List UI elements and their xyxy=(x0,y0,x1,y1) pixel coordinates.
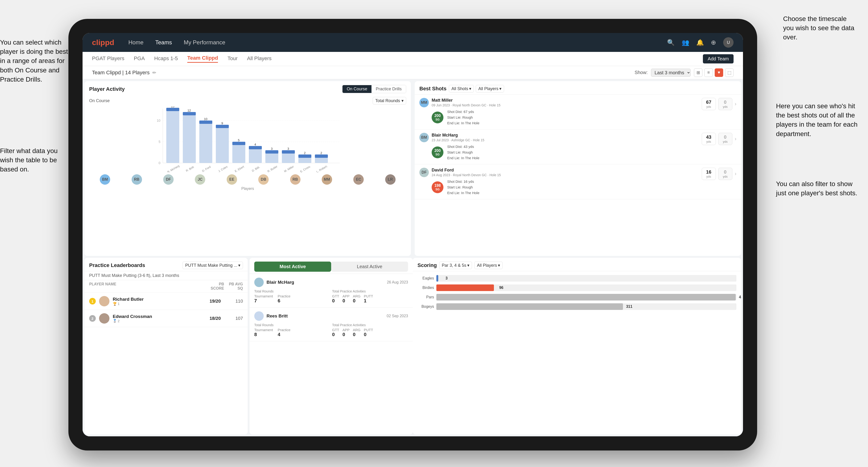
scoring-filter2[interactable]: All Players ▾ xyxy=(474,261,503,269)
card-view-btn[interactable]: ♥ xyxy=(715,68,723,77)
birdies-value: 96 xyxy=(499,286,503,290)
shot-player-avatar: BM xyxy=(420,133,429,142)
birdies-label: Birdies xyxy=(417,286,434,290)
svg-rect-23 xyxy=(249,146,262,149)
active-stats-row: Total Rounds Tournament 8 Practice 4 xyxy=(254,323,408,337)
shot-player-name: Matt Miller xyxy=(432,98,699,103)
player-avatar[interactable]: JC xyxy=(195,174,205,185)
pars-fill: 499 xyxy=(436,294,736,301)
tab-pgat[interactable]: PGAT Players xyxy=(92,55,124,63)
all-shots-dropdown[interactable]: All Shots ▾ xyxy=(449,85,474,92)
metric-dropdown[interactable]: Total Rounds ▾ xyxy=(373,97,406,104)
svg-text:E. Ebert: E. Ebert xyxy=(234,165,245,173)
leaderboard-score: 18/20 xyxy=(202,316,221,321)
edit-icon[interactable]: ✏ xyxy=(152,70,156,75)
chevron-right-icon[interactable]: › xyxy=(735,171,736,177)
nav-my-performance[interactable]: My Performance xyxy=(184,39,225,46)
nav-home[interactable]: Home xyxy=(128,39,144,46)
practice-dropdown[interactable]: PUTT Must Make Putting ... ▾ xyxy=(183,261,243,269)
leaderboard-player-info: Edward Crossman 🥈 2 xyxy=(113,314,198,323)
svg-rect-32 xyxy=(299,154,311,158)
shot-card-1: MM Matt Miller 09 Jun 2023 · Royal North… xyxy=(415,95,741,129)
dist-box-2: 0 yds xyxy=(718,133,733,145)
player-avatar[interactable]: EC xyxy=(353,174,364,185)
dist-box-1: 43 yds xyxy=(702,133,716,145)
all-players-dropdown[interactable]: All Players ▾ xyxy=(476,85,504,92)
nav-links: Home Teams My Performance xyxy=(128,39,667,46)
annotation-left1: You can select which player is doing the… xyxy=(0,38,71,84)
tab-hcaps[interactable]: Hcaps 1-5 xyxy=(154,55,178,63)
player-avatar[interactable]: DF xyxy=(163,174,174,185)
show-label: Show: xyxy=(634,70,648,75)
tab-all-players[interactable]: All Players xyxy=(247,55,272,63)
active-avatar xyxy=(254,311,264,321)
shot-player-info: David Ford 24 Aug 2023 · Royal North Dev… xyxy=(432,168,699,196)
player-avatar[interactable]: LR xyxy=(385,174,396,185)
shot-stats-text: Shot Dist: 16 yds Start Lie: Rough End L… xyxy=(447,179,479,196)
main-content: Player Activity On Course Practice Drill… xyxy=(83,79,743,436)
nav-teams[interactable]: Teams xyxy=(155,39,172,46)
sub-header: Team Clippd | 14 Players ✏ Show: Last 3 … xyxy=(83,66,743,79)
grid-view-btn[interactable]: ⊞ xyxy=(694,68,703,77)
chevron-right-icon[interactable]: › xyxy=(735,101,736,107)
scoring-chart: Eagles 3 Birdies 96 xyxy=(413,271,741,434)
add-team-button[interactable]: Add Team xyxy=(703,54,734,63)
shot-player-name: David Ford xyxy=(432,168,699,173)
scoring-filter1[interactable]: Par 3, 4 & 5s ▾ xyxy=(439,261,472,269)
on-course-btn[interactable]: On Course xyxy=(342,85,371,93)
tab-tour[interactable]: Tour xyxy=(227,55,238,63)
pars-track: 499 xyxy=(436,294,736,301)
svg-rect-17 xyxy=(216,125,229,128)
svg-text:9: 9 xyxy=(221,121,223,125)
shot-stats-text: Shot Dist: 67 yds Start Lie: Rough End L… xyxy=(447,109,479,126)
scoring-bar-eagles: Eagles 3 xyxy=(417,275,736,282)
player-avatar[interactable]: BM xyxy=(100,174,110,185)
dist-box-1: 67 yds xyxy=(702,98,716,110)
svg-rect-10 xyxy=(183,112,196,163)
player-avatar[interactable]: RB xyxy=(132,174,142,185)
svg-rect-29 xyxy=(282,150,295,154)
player-avatar[interactable]: EE xyxy=(227,174,237,185)
most-active-tab[interactable]: Most Active xyxy=(254,261,331,272)
search-icon[interactable]: 🔍 xyxy=(667,39,675,46)
user-avatar[interactable]: U xyxy=(723,37,734,48)
timeframe-select[interactable]: Last 3 months Last week Last month Last … xyxy=(651,69,691,76)
tab-team-clippd[interactable]: Team Clippd xyxy=(187,55,218,63)
svg-text:2: 2 xyxy=(320,151,322,155)
practice-drills-btn[interactable]: Practice Drills xyxy=(371,85,406,93)
bottom-left-panels: Practice Leaderboards PUTT Must Make Put… xyxy=(85,258,413,434)
shot-details: 200 SG Shot Dist: 67 yds Start Lie: Roug… xyxy=(432,109,699,126)
notification-icon[interactable]: 🔔 xyxy=(696,39,704,46)
player-avatar[interactable]: MM xyxy=(322,174,332,185)
player-avatar[interactable]: RB xyxy=(290,174,301,185)
best-shots-title: Best Shots xyxy=(420,86,446,92)
scoring-title: Scoring xyxy=(417,262,437,269)
most-active-tabs: Most Active Least Active xyxy=(254,261,408,272)
best-shots-panel: Best Shots All Shots ▾ All Players ▾ xyxy=(415,81,741,256)
svg-text:D. Billi.: D. Billi. xyxy=(251,165,260,173)
tablet-screen: clippd Home Teams My Performance 🔍 👥 🔔 ⊕… xyxy=(83,33,743,436)
svg-rect-8 xyxy=(166,108,179,111)
best-shots-header: Best Shots All Shots ▾ All Players ▾ xyxy=(415,81,741,95)
most-active-panel: Most Active Least Active Blair McHarg 26… xyxy=(250,258,413,434)
view-icons: ⊞ ≡ ♥ ⬚ xyxy=(694,68,734,77)
shot-player-name: Blair McHarg xyxy=(432,133,699,138)
practice-title: Practice Leaderboards xyxy=(89,262,145,269)
chart-view-btn[interactable]: ⬚ xyxy=(725,68,734,77)
avatar-item: EC xyxy=(353,174,364,185)
practice-header: Practice Leaderboards PUTT Must Make Put… xyxy=(85,258,248,271)
least-active-tab[interactable]: Least Active xyxy=(331,261,408,272)
list-view-btn[interactable]: ≡ xyxy=(704,68,713,77)
chevron-right-icon[interactable]: › xyxy=(735,136,736,142)
dist-box-2: 0 yds xyxy=(718,98,733,110)
svg-text:B. McHarg: B. McHarg xyxy=(167,164,180,173)
player-avatar[interactable]: DB xyxy=(258,174,269,185)
leaderboard-avg: 107 xyxy=(224,316,243,321)
avatar-item: DB xyxy=(258,174,269,185)
svg-text:13: 13 xyxy=(171,106,174,108)
tab-pga[interactable]: PGA xyxy=(134,55,145,63)
chevron-down-icon: ▾ xyxy=(499,86,501,91)
active-player-date: 26 Aug 2023 xyxy=(387,280,408,284)
users-icon[interactable]: 👥 xyxy=(682,39,689,46)
add-icon[interactable]: ⊕ xyxy=(711,39,716,46)
